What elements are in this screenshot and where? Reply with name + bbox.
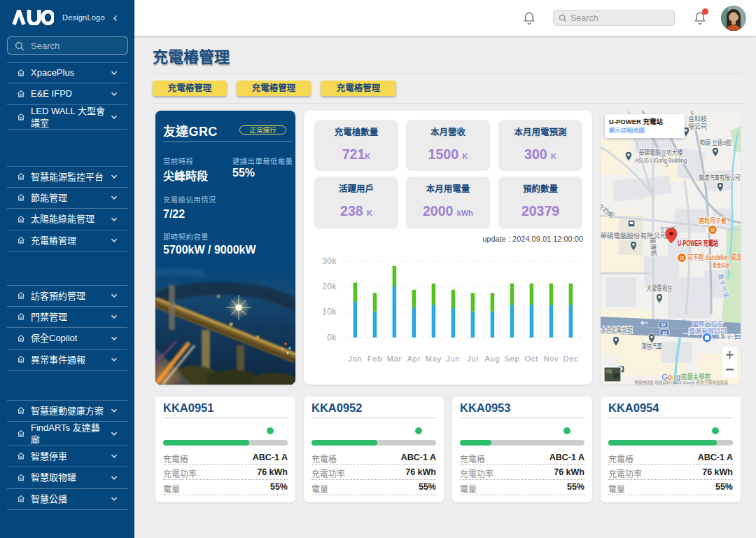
- svg-text:20k: 20k: [322, 282, 337, 291]
- svg-text:素食料理: 素食料理: [713, 262, 729, 269]
- svg-text:Jan: Jan: [348, 354, 362, 363]
- svg-text:32: 32: [661, 322, 666, 327]
- svg-text:限公司: 限公司: [688, 123, 707, 130]
- svg-text:華碩電腦立功大樓: 華碩電腦立功大樓: [639, 149, 683, 156]
- svg-text:國際土石方: 國際土石方: [692, 320, 724, 328]
- svg-text:銘傳街: 銘傳街: [649, 237, 657, 256]
- svg-text:Oct: Oct: [525, 354, 539, 363]
- svg-text:Mar: Mar: [387, 354, 402, 363]
- svg-text:Aug: Aug: [484, 354, 500, 363]
- svg-text:和碩 立德3館: 和碩 立德3館: [700, 139, 732, 146]
- svg-text:Nov: Nov: [543, 354, 559, 363]
- svg-text:大愛電視台: 大愛電視台: [647, 284, 673, 292]
- svg-text:Jun: Jun: [446, 354, 460, 363]
- svg-text:鴻信汽車: 鴻信汽車: [641, 342, 662, 350]
- svg-text:30k: 30k: [322, 256, 337, 266]
- svg-text:Jul: Jul: [467, 354, 478, 363]
- svg-text:大台北駕訓班: 大台北駕訓班: [601, 326, 633, 334]
- svg-text:May: May: [426, 354, 442, 363]
- svg-text:10k: 10k: [322, 307, 337, 317]
- svg-text:Feb: Feb: [368, 354, 382, 363]
- svg-text:大度路三: 大度路三: [718, 333, 741, 341]
- svg-text:聲報快捷鍵 地圖資料©2019 Google 條款 回: 聲報快捷鍵 地圖資料©2019 Google 條款 回報地圖錯誤: [634, 380, 728, 385]
- svg-text:Dec: Dec: [563, 354, 578, 363]
- svg-text:關渡汽車有限公司: 關渡汽車有限公司: [699, 174, 741, 181]
- svg-text:顯示詳細地圖: 顯示詳細地圖: [609, 127, 645, 134]
- svg-text:U-POWER 充電站: U-POWER 充電站: [678, 239, 718, 247]
- svg-text:ASUS LiGong Building: ASUS LiGong Building: [635, 157, 687, 164]
- svg-text:常不輕 dandelion 關渡: 常不輕 dandelion 關渡: [687, 253, 741, 261]
- svg-text:Sep: Sep: [504, 354, 519, 363]
- svg-text:0k: 0k: [327, 333, 337, 343]
- svg-text:32: 32: [662, 331, 668, 336]
- svg-text:Apr: Apr: [407, 354, 421, 363]
- svg-text:廣和月子餐: 廣和月子餐: [699, 216, 727, 225]
- svg-text:合科技: 合科技: [688, 115, 707, 123]
- svg-text:U-POWER 充電站: U-POWER 充電站: [609, 118, 664, 125]
